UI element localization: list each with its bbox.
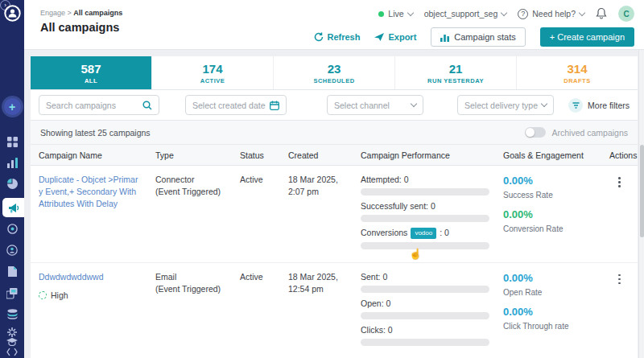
user-avatar[interactable]: C <box>618 6 634 22</box>
refresh-button[interactable]: Refresh <box>314 32 361 42</box>
tab-active[interactable]: 174 ACTIVE <box>152 56 274 89</box>
conversion-goal-badge: vodoo <box>411 228 436 239</box>
goals-target-icon[interactable] <box>0 224 24 234</box>
performance-cell: Attempted: 0 Successfully sent: 0 Conver… <box>353 174 495 254</box>
breadcrumb-parent[interactable]: Engage <box>40 9 65 17</box>
delivery-type-filter[interactable]: Select delivery type <box>457 95 554 115</box>
app-window: › + <box>0 0 644 358</box>
tab-scheduled[interactable]: 23 SCHEDULED <box>274 56 395 89</box>
col-performance: Campaign Performance <box>353 150 495 160</box>
created-date-filter[interactable]: Select created date <box>185 95 287 115</box>
chevron-down-icon <box>541 101 547 107</box>
bar-chart-icon <box>440 33 449 42</box>
megaphone-icon <box>8 203 19 213</box>
sidebar-item-campaigns[interactable] <box>2 198 24 217</box>
mouse-cursor: ☝ <box>409 248 422 260</box>
campaign-tabs: 587 ALL 174 ACTIVE 23 SCHEDULED 21 RUN Y… <box>31 56 638 90</box>
priority-high-icon <box>39 291 47 299</box>
row-actions-menu-icon[interactable] <box>609 174 630 187</box>
dashboard-icon[interactable] <box>0 137 24 147</box>
analytics-icon[interactable] <box>0 158 24 168</box>
campaign-name-link[interactable]: Ddwdwdwddwwd <box>39 272 104 282</box>
catalog-layers-icon[interactable] <box>0 288 24 299</box>
help-label: Need help? <box>532 9 576 19</box>
search-input[interactable] <box>46 101 134 110</box>
help-menu[interactable]: ? Need help? <box>518 9 584 19</box>
export-button[interactable]: Export <box>374 32 416 42</box>
list-status-bar: Showing latest 25 campaigns Archived cam… <box>31 121 638 145</box>
archived-campaigns-label: Archived campaigns <box>551 128 628 138</box>
priority-indicator: High <box>39 290 139 302</box>
goals-cell: 0.00% Success Rate 0.00% Conversion Rate <box>495 174 601 254</box>
col-campaign-name: Campaign Name <box>31 150 147 160</box>
chevron-down-icon <box>501 9 507 15</box>
channel-filter[interactable]: Select channel <box>327 95 423 115</box>
table-row: Ddwdwdwddwwd High Email (Event Triggered… <box>31 263 638 358</box>
search-icon <box>142 101 152 110</box>
tab-all[interactable]: 587 ALL <box>31 56 152 89</box>
row-actions-menu-icon[interactable] <box>609 271 630 285</box>
campaign-stats-button[interactable]: Campaign stats <box>431 27 525 47</box>
segment-selector[interactable]: object_support_seg <box>424 9 507 19</box>
documents-icon[interactable] <box>0 266 24 277</box>
campaign-name-link[interactable]: Duplicate - Objcet >Primary Event,+ Seco… <box>39 175 138 208</box>
export-icon <box>374 32 384 42</box>
conversion-rate-value: 0.00% <box>503 208 593 223</box>
col-actions: Actions <box>601 150 638 160</box>
environment-selector[interactable]: Live <box>378 9 412 19</box>
developer-code-icon[interactable] <box>0 348 24 356</box>
performance-cell: Sent: 0 Open: 0 Clicks: 0 <box>353 271 495 352</box>
breadcrumb-separator: > <box>68 9 72 17</box>
plus-icon: + <box>4 98 21 115</box>
filter-funnel-icon <box>568 98 583 113</box>
chevron-down-icon <box>579 9 585 15</box>
scrollbar-thumb[interactable] <box>640 145 644 237</box>
col-created: Created <box>280 150 353 160</box>
more-filters-button[interactable]: More filters <box>568 98 630 113</box>
calendar-icon <box>270 101 279 110</box>
tab-drafts[interactable]: 314 DRAFTS <box>517 56 638 89</box>
vertical-scrollbar[interactable] <box>638 50 644 358</box>
click-through-rate-value: 0.00% <box>503 305 593 320</box>
live-status-icon <box>378 11 384 17</box>
col-type: Type <box>147 150 232 160</box>
users-icon[interactable] <box>0 245 24 256</box>
showing-count-text: Showing latest 25 campaigns <box>40 128 151 138</box>
academy-cap-icon[interactable] <box>0 338 24 347</box>
table-header: Campaign Name Type Status Created Campai… <box>31 145 638 166</box>
breadcrumb[interactable]: Engage > All campaigns <box>40 9 122 17</box>
data-platform-icon[interactable] <box>0 309 24 319</box>
notifications-bell-icon[interactable] <box>596 7 607 21</box>
webengage-logo-icon[interactable] <box>0 5 24 22</box>
segment-label: object_support_seg <box>424 9 498 19</box>
campaigns-panel: 587 ALL 174 ACTIVE 23 SCHEDULED 21 RUN Y… <box>31 56 638 358</box>
chevron-down-icon <box>407 9 413 15</box>
goals-cell: 0.00% Open Rate 0.00% Click Through rate <box>495 271 601 352</box>
chevron-down-icon <box>411 101 417 107</box>
refresh-icon <box>314 32 324 42</box>
search-campaigns-field[interactable] <box>39 95 159 115</box>
status-text: Active <box>232 271 280 352</box>
live-label: Live <box>388 9 403 19</box>
sidebar: › + <box>0 0 24 358</box>
create-campaign-button[interactable]: + Create campaign <box>540 27 634 47</box>
segments-pie-icon[interactable] <box>0 179 24 189</box>
top-header: Live object_support_seg ? Need help? C E… <box>24 0 644 50</box>
open-rate-value: 0.00% <box>503 271 593 286</box>
success-rate-value: 0.00% <box>503 174 593 189</box>
status-text: Active <box>232 174 280 254</box>
col-goals: Goals & Engagement <box>495 150 601 160</box>
table-row: Duplicate - Objcet >Primary Event,+ Seco… <box>31 166 638 263</box>
archived-campaigns-toggle[interactable] <box>525 127 546 138</box>
integrations-icon[interactable] <box>0 327 24 337</box>
col-status: Status <box>232 150 280 160</box>
filter-bar: Select created date Select channel Selec… <box>31 90 638 121</box>
quick-create-button[interactable]: + <box>0 98 24 115</box>
help-icon: ? <box>518 9 528 19</box>
breadcrumb-current: All campaigns <box>73 9 122 17</box>
page-title: All campaigns <box>40 21 119 34</box>
tab-run-yesterday[interactable]: 21 RUN YESTERDAY <box>395 56 517 89</box>
